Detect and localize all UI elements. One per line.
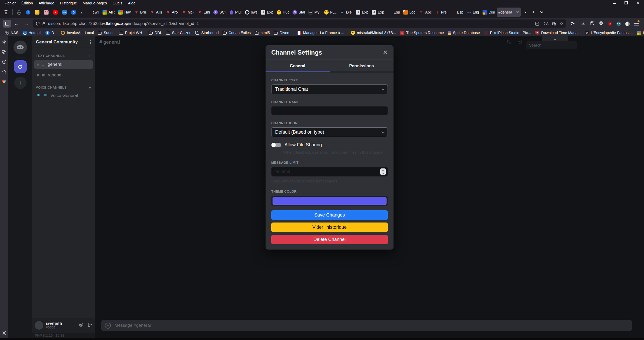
file-sharing-toggle[interactable] [271, 143, 281, 147]
tab[interactable]: Espace abo [449, 8, 465, 17]
tab[interactable]: Hawai [117, 8, 132, 17]
bookmark-folder[interactable]: Conan Exiles [221, 30, 253, 35]
add-server-button[interactable]: + [14, 77, 26, 89]
tab[interactable]: swefpi [243, 8, 259, 17]
history-clock-icon[interactable] [2, 60, 6, 64]
lock-icon[interactable] [42, 22, 46, 26]
downloads-icon[interactable] [581, 21, 585, 27]
server-header[interactable]: General Community ••• [32, 36, 95, 48]
bookmark[interactable]: EFL'Encyclopédie Fantast... [583, 30, 635, 35]
theme-color-input[interactable] [271, 196, 388, 206]
location-pin-icon[interactable] [518, 40, 522, 45]
bookmark[interactable]: D [43, 30, 56, 35]
tab[interactable]: PSCI RE [212, 8, 227, 17]
tab[interactable]: Plugin [228, 8, 243, 17]
channel-name-input[interactable] [271, 106, 388, 115]
bookmark[interactable]: Mariage - La France à ... [295, 30, 346, 35]
discord-home-button[interactable] [13, 41, 27, 54]
tab[interactable]: Explor [259, 8, 275, 17]
tab-general[interactable]: General [266, 60, 330, 72]
bookmark[interactable]: SThe Spriters Resource [398, 30, 446, 35]
profile-dots-icon[interactable] [2, 79, 6, 84]
tab[interactable]: FLUX.2 [323, 8, 338, 17]
active-tab[interactable]: #genera✕ [497, 8, 521, 17]
search-input[interactable] [529, 43, 574, 47]
scroll-tabs-left-button[interactable]: ‹ [78, 10, 85, 15]
close-modal-icon[interactable]: ✕ [383, 49, 388, 56]
voice-channel-general[interactable]: Voice General [32, 93, 95, 98]
bookmark[interactable]: Hotmail [21, 30, 43, 35]
extension-icon[interactable] [625, 22, 630, 26]
bookmark-folder[interactable]: Starbound [193, 30, 221, 35]
tab[interactable]: Discor [481, 8, 496, 17]
back-button[interactable]: ← [12, 20, 21, 28]
menu-tools[interactable]: Outils [110, 1, 125, 6]
pinned-tab-youtube[interactable] [51, 8, 60, 17]
maximize-button[interactable] [620, 1, 632, 5]
tab[interactable]: Espace clie [386, 8, 401, 17]
pinned-tab-dsm[interactable]: DSM [60, 8, 69, 17]
pinned-tab-diamond[interactable] [33, 8, 42, 17]
members-icon[interactable] [506, 40, 511, 45]
tab[interactable]: Emie0 [196, 8, 211, 17]
tab[interactable]: Huggi [275, 8, 290, 17]
ublock-origin-icon[interactable]: U0 [608, 21, 612, 26]
menu-history[interactable]: Historique [57, 1, 80, 6]
channel-type-select[interactable]: Traditional Chat [271, 84, 388, 94]
logout-icon[interactable] [87, 322, 92, 328]
pinned-tab-globe[interactable] [15, 8, 23, 17]
user-settings-gear-icon[interactable] [79, 322, 84, 328]
bookmark-star-icon[interactable]: ☆ [560, 21, 563, 26]
tab[interactable]: Aromy [164, 8, 180, 17]
new-tab-button[interactable]: + [530, 8, 537, 16]
bookmark[interactable]: La connexion Wifi et E... [635, 30, 644, 35]
menu-view[interactable]: Affichage [36, 1, 57, 6]
tab[interactable]: Explor [354, 8, 370, 17]
minimize-button[interactable] [608, 1, 620, 5]
extension-goggles-icon[interactable] [616, 22, 621, 26]
translate-page-icon[interactable] [552, 22, 556, 26]
tab[interactable]: niciar [180, 8, 195, 17]
sidebar-toggle-button[interactable] [3, 20, 11, 28]
channel-general[interactable]: # # general [34, 60, 93, 69]
server-icon-g[interactable]: G [14, 60, 27, 73]
account-icon[interactable] [590, 21, 594, 27]
message-limit-input[interactable] [271, 167, 388, 176]
tab[interactable]: SStable [291, 8, 306, 17]
menu-edit[interactable]: Édition [19, 1, 36, 6]
synced-tabs-icon[interactable] [2, 50, 6, 54]
bookmarks-star-icon[interactable] [2, 69, 6, 74]
tab[interactable]: t will [85, 8, 100, 17]
list-tabs-button[interactable] [538, 8, 546, 16]
tab[interactable]: SLAppar [418, 8, 433, 17]
menu-bookmarks[interactable]: Marque-pages [80, 1, 110, 6]
add-voice-channel-button[interactable]: + [89, 85, 91, 90]
bookmark[interactable]: NAS [3, 30, 21, 35]
tab[interactable]: Bruni2 [133, 8, 148, 17]
save-to-pocket-icon[interactable] [535, 22, 539, 26]
clear-history-button[interactable]: Vider l'historique [271, 223, 388, 232]
delete-channel-button[interactable]: Delete Channel [271, 235, 388, 244]
menu-help[interactable]: Aide [125, 1, 138, 6]
tab[interactable]: Locati [402, 8, 417, 17]
number-spinner[interactable] [380, 168, 386, 175]
bookmark[interactable]: PixelPlush Studio - Pix... [482, 30, 533, 35]
translate-icon[interactable]: 文A [543, 21, 548, 26]
ai-chat-icon[interactable] [2, 40, 6, 44]
scroll-tabs-right-button[interactable]: › [521, 8, 529, 16]
save-changes-button[interactable]: Save Changes [271, 210, 388, 220]
tab[interactable]: cloudMy Ha [307, 8, 322, 17]
bookmark-folder[interactable]: Divers [272, 30, 292, 35]
server-menu-icon[interactable]: ••• [90, 40, 91, 44]
channel-random[interactable]: # # random [34, 71, 93, 80]
tab[interactable]: fFree : [433, 8, 449, 17]
spinner-down-icon[interactable] [382, 172, 384, 174]
close-tab-icon[interactable]: ✕ [516, 10, 519, 15]
bookmark[interactable]: mistralai/Mixtral-8x7B... [349, 30, 398, 35]
pinned-tab-facebook[interactable] [24, 8, 32, 17]
tab[interactable]: All Siz [101, 8, 116, 17]
bookmark-folder[interactable]: Suno [96, 30, 114, 35]
settings-gear-icon[interactable] [0, 331, 8, 335]
bookmark-folder[interactable]: html5 [253, 30, 272, 35]
add-text-channel-button[interactable]: + [89, 54, 91, 58]
